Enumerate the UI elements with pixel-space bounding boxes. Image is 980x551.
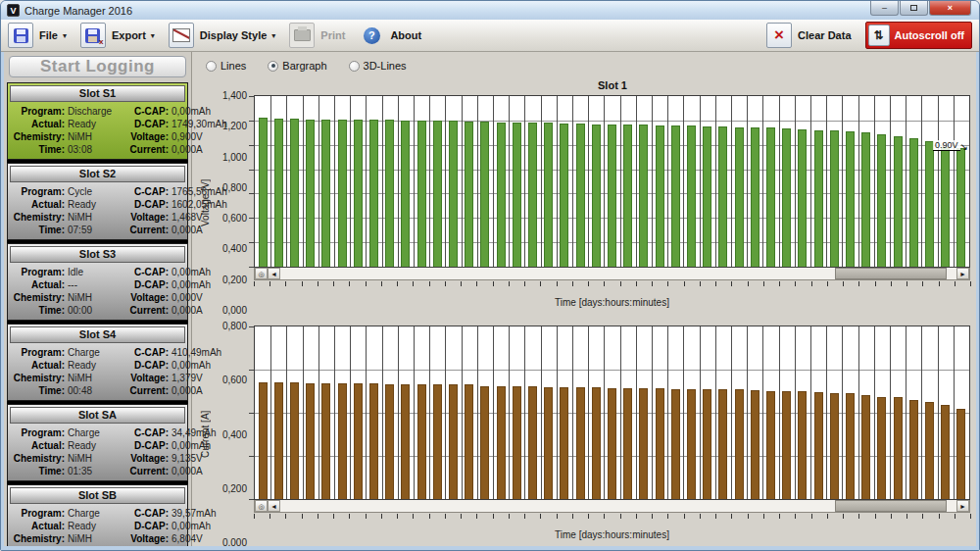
radio-icon bbox=[206, 61, 217, 72]
gridline bbox=[366, 326, 367, 499]
bar bbox=[656, 388, 664, 499]
start-logging-button[interactable]: Start Logging bbox=[9, 56, 186, 77]
clear-data-button[interactable]: × Clear Data bbox=[766, 23, 851, 48]
bar bbox=[782, 128, 791, 267]
x-axis-label: Time [days:hours:minutes] bbox=[254, 297, 970, 310]
about-button[interactable]: ? About bbox=[359, 23, 421, 48]
bar bbox=[290, 119, 299, 267]
slot-label: Actual: bbox=[9, 439, 68, 452]
view-mode-bargraph[interactable]: Bargraph bbox=[268, 60, 326, 72]
export-menu-button[interactable]: x Export ▾ bbox=[80, 23, 155, 48]
scrollbar-track[interactable] bbox=[280, 268, 956, 279]
slot-label: Current: bbox=[119, 465, 172, 477]
bar bbox=[417, 121, 426, 267]
slot-label: Actual: bbox=[9, 198, 68, 211]
bar bbox=[703, 126, 711, 267]
bar bbox=[766, 391, 775, 499]
slot-row: Actual:ReadyD-CAP:0,00mAh bbox=[9, 520, 184, 532]
x-tick-mark bbox=[429, 514, 430, 519]
gridline bbox=[762, 326, 763, 499]
gridline bbox=[557, 96, 558, 267]
gridline bbox=[477, 96, 478, 267]
bar bbox=[385, 384, 394, 499]
view-mode-3d-lines[interactable]: 3D-Lines bbox=[349, 60, 407, 72]
gridline bbox=[683, 96, 684, 267]
slot-panel-body: Program:ChargeC-CAP:39,57mAhActual:Ready… bbox=[8, 506, 187, 550]
scrollbar-left-arrow[interactable]: ◄ bbox=[268, 268, 280, 279]
slot-value: NiMH bbox=[68, 452, 119, 465]
slot-panel-title: Slot SA bbox=[10, 407, 185, 424]
gridline bbox=[842, 96, 843, 267]
gridline bbox=[874, 96, 875, 267]
slot-label: Program: bbox=[9, 185, 68, 198]
current-chart: Current [A] 0,8000,6000,4000,2000,000 ◎ … bbox=[200, 326, 970, 542]
close-button[interactable]: × bbox=[929, 1, 971, 16]
scrollbar-left-arrow[interactable]: ◄ bbox=[268, 500, 280, 512]
bar bbox=[782, 391, 791, 499]
scrollbar-zoom-button[interactable]: ◎ bbox=[255, 268, 268, 279]
scrollbar-track[interactable] bbox=[280, 500, 956, 512]
printer-icon bbox=[289, 23, 315, 48]
display-style-menu-button[interactable]: Display Style ▾ bbox=[169, 23, 276, 48]
x-tick-mark bbox=[349, 514, 350, 519]
bar bbox=[560, 387, 568, 499]
x-tick-mark bbox=[620, 514, 621, 519]
x-tick-mark bbox=[413, 281, 414, 286]
x-tick-mark bbox=[476, 514, 477, 519]
gridline bbox=[524, 96, 525, 267]
y-axis-label: Current [A] bbox=[200, 326, 213, 542]
view-mode-lines[interactable]: Lines bbox=[206, 60, 246, 72]
slot-panel-title: Slot S4 bbox=[10, 326, 185, 343]
x-tick-mark bbox=[493, 514, 494, 519]
x-axis-ticks bbox=[254, 514, 970, 521]
slot-label: C-CAP: bbox=[119, 185, 172, 198]
bar bbox=[671, 389, 680, 499]
print-button: Print bbox=[289, 23, 345, 48]
bar bbox=[528, 386, 537, 500]
y-tick-label: 1,400 bbox=[222, 90, 247, 101]
x-tick-mark bbox=[397, 281, 398, 286]
scrollbar-right-arrow[interactable]: ► bbox=[956, 500, 969, 512]
x-tick-mark bbox=[779, 281, 780, 286]
autoscroll-toggle-button[interactable]: ⇅ Autoscroll off bbox=[865, 22, 973, 49]
x-tick-mark bbox=[700, 514, 701, 519]
x-tick-mark bbox=[811, 281, 812, 286]
bar bbox=[417, 384, 426, 499]
slot-row: Actual:ReadyD-CAP:1602,05mAh bbox=[9, 198, 184, 211]
scrollbar-zoom-button[interactable]: ◎ bbox=[255, 500, 268, 512]
scrollbar-right-arrow[interactable]: ► bbox=[956, 268, 969, 279]
y-tick-label: 0,200 bbox=[222, 483, 247, 494]
x-tick-mark bbox=[939, 281, 940, 286]
slot-row: Actual:---D-CAP:0,00mAh bbox=[9, 278, 184, 291]
y-tick-label: 0,600 bbox=[222, 375, 247, 385]
gridline bbox=[445, 326, 446, 499]
slot-label: Chemistry: bbox=[9, 130, 68, 143]
slot-row: Program:ChargeC-CAP:39,57mAh bbox=[9, 507, 184, 520]
gridline bbox=[938, 326, 939, 499]
bar bbox=[576, 124, 585, 267]
x-tick-mark bbox=[509, 281, 510, 286]
scrollbar-thumb[interactable] bbox=[835, 268, 947, 279]
slot-panel: Slot S1 Program:DischargeC-CAP:0,00mAhAc… bbox=[7, 82, 188, 160]
minimize-button[interactable]: – bbox=[870, 1, 899, 16]
x-tick-mark bbox=[366, 514, 367, 519]
x-tick-mark bbox=[318, 281, 318, 286]
maximize-button[interactable] bbox=[900, 1, 928, 16]
x-tick-mark bbox=[254, 514, 255, 519]
scrollbar-thumb[interactable] bbox=[835, 500, 947, 512]
bar bbox=[497, 386, 506, 500]
gridline bbox=[286, 96, 287, 267]
slot-label: Chemistry: bbox=[9, 372, 68, 384]
gridline bbox=[334, 96, 335, 267]
gridline bbox=[700, 96, 701, 267]
y-tick-mark bbox=[249, 242, 254, 243]
bar bbox=[401, 384, 410, 499]
x-tick-mark bbox=[333, 514, 334, 519]
bar bbox=[306, 120, 315, 267]
bar bbox=[846, 131, 855, 267]
y-tick-label: 0,400 bbox=[222, 429, 247, 440]
slot-label: D-CAP: bbox=[119, 198, 172, 211]
slot-row: Chemistry:NiMHVoltage:1,379V bbox=[9, 372, 184, 384]
file-menu-button[interactable]: File ▾ bbox=[8, 23, 67, 48]
slot-panel: Slot S2 Program:CycleC-CAP:1765,56mAhAct… bbox=[7, 163, 188, 240]
